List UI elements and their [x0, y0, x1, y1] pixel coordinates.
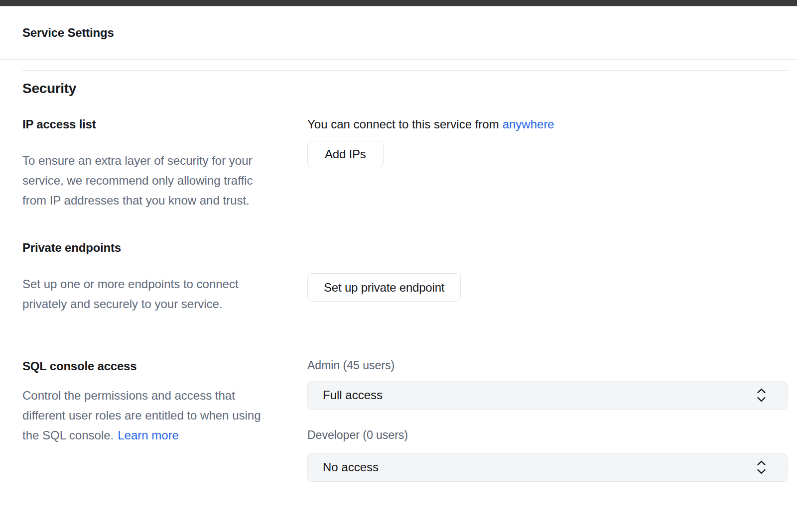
sql-console-access-description: Control the permissions and access that … [22, 386, 275, 445]
security-section-heading: Security [22, 81, 788, 97]
private-endpoints-controls: Set up private endpoint [307, 240, 788, 314]
sql-console-access-row: SQL console access Control the permissio… [22, 359, 788, 482]
private-endpoints-description: Set up one or more endpoints to connect … [22, 274, 275, 314]
ip-access-list-controls: You can connect to this service fromanyw… [307, 117, 788, 211]
up-down-chevron-icon [756, 459, 767, 475]
browser-chrome-bar [0, 0, 797, 6]
sql-console-access-title: SQL console access [22, 359, 307, 374]
sql-console-access-info: SQL console access Control the permissio… [22, 359, 307, 482]
private-endpoints-title: Private endpoints [22, 240, 307, 255]
private-endpoints-row: Private endpoints Set up one or more end… [22, 240, 788, 314]
ip-access-list-info: IP access list To ensure an extra layer … [22, 117, 307, 211]
learn-more-link[interactable]: Learn more [118, 428, 179, 442]
connect-from-text: You can connect to this service from [307, 117, 499, 131]
anywhere-link[interactable]: anywhere [503, 117, 554, 131]
add-ips-button[interactable]: Add IPs [307, 141, 384, 167]
developer-role-label: Developer (0 users) [307, 428, 788, 441]
private-endpoints-info: Private endpoints Set up one or more end… [22, 240, 307, 314]
developer-access-selected-value: No access [323, 460, 756, 474]
ip-access-list-title: IP access list [22, 117, 307, 132]
up-down-chevron-icon [756, 387, 767, 403]
ip-access-list-description: To ensure an extra layer of security for… [22, 151, 275, 211]
setup-private-endpoint-button[interactable]: Set up private endpoint [307, 273, 461, 302]
admin-access-select[interactable]: Full access [307, 381, 788, 410]
ip-access-list-row: IP access list To ensure an extra layer … [22, 117, 788, 211]
page-title: Service Settings [22, 26, 114, 40]
connect-from-status: You can connect to this service fromanyw… [307, 117, 788, 132]
sql-console-access-controls: Admin (45 users) Full access Developer (… [307, 359, 788, 482]
developer-access-select[interactable]: No access [307, 453, 788, 482]
admin-access-selected-value: Full access [323, 388, 756, 402]
page-header: Service Settings [0, 6, 797, 60]
admin-role-label: Admin (45 users) [307, 359, 788, 372]
settings-panel: Security IP access list To ensure an ext… [22, 70, 788, 482]
